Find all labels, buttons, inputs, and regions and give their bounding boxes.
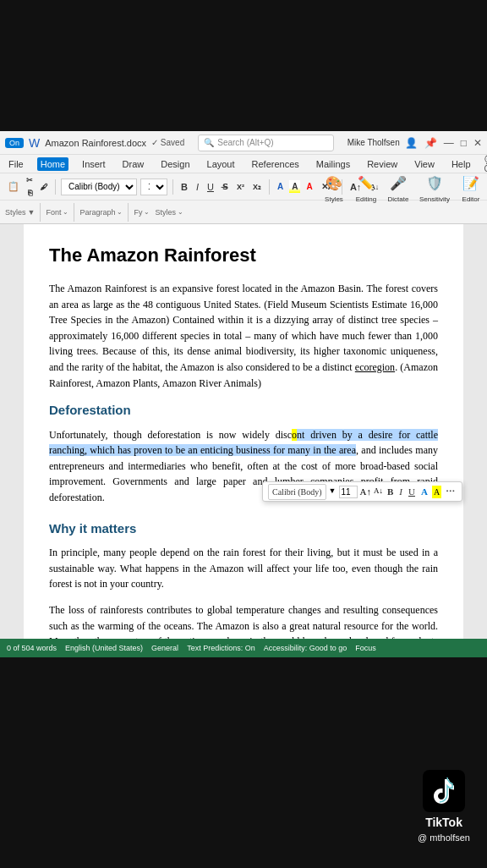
styles-icon2: Fy [134, 208, 142, 217]
paragraph-label: Paragraph [79, 208, 115, 217]
close-icon[interactable]: ✕ [473, 137, 482, 149]
mini-color-btn[interactable]: A [419, 485, 430, 499]
editor-action[interactable]: 📝 Editor [460, 172, 482, 203]
mini-size-input[interactable] [339, 486, 358, 498]
editor-icon: 📝 [460, 172, 482, 194]
mini-decrease-icon[interactable]: A↓ [374, 486, 383, 497]
subscript-btn[interactable]: X₂ [250, 181, 264, 193]
clipboard-group: 📋 ✂ ⎘ 🖌 [5, 174, 50, 199]
tiktok-logo-svg [430, 776, 457, 806]
cut-btn[interactable]: ✂ [24, 174, 36, 186]
section-why-it-matters: Why it matters [49, 519, 438, 539]
menu-file[interactable]: File [5, 157, 27, 171]
font-color-btn[interactable]: A [304, 180, 315, 193]
styles-expand2[interactable]: ⌄ [144, 208, 150, 217]
section-deforestation: Deforestation [49, 401, 438, 420]
editing-action[interactable]: ✏️ Editing [355, 172, 377, 203]
editing-label: Editing [356, 195, 376, 203]
paragraph-3: In principle, many people depend on the … [49, 545, 438, 592]
editing-icon: ✏️ [355, 172, 377, 194]
search-placeholder: Search (Alt+Q) [217, 138, 273, 147]
search-icon: 🔍 [204, 138, 214, 147]
document-title: The Amazon Rainforest [49, 241, 438, 269]
profile-icon[interactable]: 👤 [405, 137, 418, 149]
styles-action[interactable]: 🎨 Styles [323, 172, 345, 203]
mini-underline-btn[interactable]: U [407, 485, 417, 499]
styles-section-label: Styles [5, 208, 26, 217]
mini-more-btn[interactable]: ⋯ [444, 485, 457, 499]
styles-items: Fy ⌄ Styles ⌄ [134, 208, 183, 217]
font-expand-icon[interactable]: ⌄ [63, 208, 68, 216]
paragraph-expand-icon[interactable]: ⌄ [117, 208, 123, 216]
pin-icon[interactable]: 📌 [424, 137, 437, 149]
paste-btn[interactable]: 📋 [5, 179, 22, 194]
document-page[interactable]: The Amazon Rainforest The Amazon Rainfor… [24, 224, 463, 639]
saved-indicator: ✓ Saved [151, 138, 184, 147]
sep1 [55, 179, 56, 195]
mini-font-selector[interactable]: Calibri (Body) [268, 484, 326, 500]
styles-icon: 🎨 [323, 172, 345, 194]
copy-btn[interactable]: ⎘ [24, 187, 36, 199]
styles-label2: Styles [155, 208, 176, 217]
mini-increase-icon[interactable]: A↑ [360, 485, 371, 499]
tiktok-handle: @ mtholfsen [418, 832, 470, 843]
paragraph-section-label: Paragraph ⌄ [79, 203, 129, 222]
accessibility: Accessibility: Good to go [264, 644, 347, 652]
ribbon-actions: 🎨 Styles ✏️ Editing 🎤 Dictate 🛡️ Sensiti… [323, 166, 482, 203]
dictate-icon: 🎤 [387, 172, 409, 194]
strikethrough-btn[interactable]: S̶ [220, 180, 231, 193]
font-selector[interactable]: Calibri (Body) [61, 179, 137, 195]
styles-dropdown-icon[interactable]: ▼ [28, 208, 36, 217]
title-bar: On W Amazon Rainforest.docx ✓ Saved 🔍 Se… [0, 131, 487, 155]
highlight-btn[interactable]: A [289, 180, 300, 193]
italic-btn[interactable]: I [194, 180, 201, 194]
styles-label: Styles [325, 195, 343, 203]
sensitivity-icon: 🛡️ [424, 172, 446, 194]
menu-home[interactable]: Home [37, 157, 68, 171]
underline-btn[interactable]: U [205, 180, 216, 194]
status-bar: 0 of 504 words English (United States) G… [0, 639, 487, 657]
menu-draw[interactable]: Draw [119, 157, 148, 171]
dictate-action[interactable]: 🎤 Dictate [387, 172, 409, 203]
document-area[interactable]: The Amazon Rainforest The Amazon Rainfor… [0, 224, 487, 639]
font-section-label: Font ⌄ [46, 203, 74, 222]
sep3 [269, 179, 270, 195]
language: English (United States) [65, 644, 143, 652]
tiktok-icon-box [423, 770, 465, 812]
mini-highlight-btn[interactable]: A [432, 486, 441, 498]
superscript-btn[interactable]: X² [234, 181, 247, 193]
bold-btn[interactable]: B [178, 180, 190, 194]
word-count: 0 of 504 words [7, 644, 57, 652]
top-black-bar [0, 0, 487, 131]
comments-button[interactable]: 💬 Comments [484, 155, 487, 173]
mini-bold-btn[interactable]: B [386, 485, 395, 499]
font-size-selector[interactable]: 11 [140, 179, 167, 195]
app-icon: W [29, 136, 40, 150]
maximize-icon[interactable]: □ [461, 137, 467, 149]
bottom-section: TikTok @ mtholfsen [0, 657, 487, 868]
menu-design[interactable]: Design [157, 157, 193, 171]
title-bar-icons: 👤 📌 — □ ✕ [405, 137, 482, 149]
mini-italic-btn[interactable]: I [397, 485, 404, 499]
search-box[interactable]: 🔍 Search (Alt+Q) [198, 135, 333, 151]
style-status: General [151, 644, 178, 652]
sensitivity-action[interactable]: 🛡️ Sensitivity [419, 172, 450, 203]
minimize-icon[interactable]: — [444, 137, 454, 149]
menu-layout[interactable]: Layout [204, 157, 238, 171]
mini-toolbar[interactable]: Calibri (Body) ▼ A↑ A↓ B I U A A ⋯ [262, 481, 462, 502]
paragraph-4: The loss of rainforests contributes to g… [49, 602, 438, 639]
mini-dropdown-icon[interactable]: ▼ [329, 486, 337, 497]
sep2 [172, 179, 173, 195]
tiktok-watermark: TikTok @ mtholfsen [418, 770, 470, 843]
format-painter-btn[interactable]: 🖌 [37, 181, 50, 193]
ecoregion-link[interactable]: ecoregion [355, 361, 395, 373]
dictate-label: Dictate [388, 195, 409, 203]
ribbon-toggle[interactable]: On [5, 138, 24, 148]
styles-section: Styles ▼ [5, 203, 41, 222]
menu-references[interactable]: References [249, 157, 303, 171]
text-predictions: Text Predictions: On [187, 644, 255, 652]
text-effects-btn[interactable]: A [275, 180, 286, 193]
menu-right: 💬 Comments ↗ Share [484, 155, 487, 173]
menu-insert[interactable]: Insert [79, 157, 109, 171]
paragraph-1: The Amazon Rainforest is an expansive fo… [49, 281, 438, 391]
